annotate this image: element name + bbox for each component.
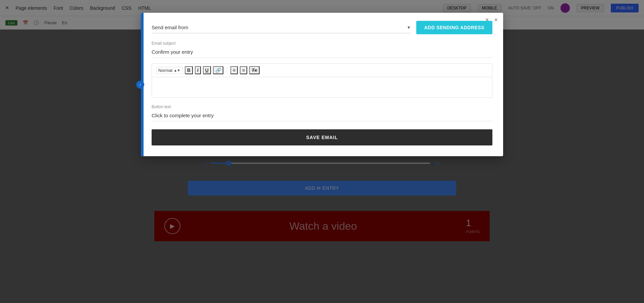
link-button[interactable]: 🔗: [213, 66, 223, 74]
clear-format-button[interactable]: Tx: [249, 66, 259, 74]
send-from-label: Send email from: [152, 25, 188, 30]
button-text-label: Button text: [152, 104, 492, 109]
format-dropdown-icon: ▲▼: [174, 69, 180, 72]
unordered-list-button[interactable]: ≡: [240, 66, 247, 74]
button-text-section: Button text: [152, 104, 492, 121]
underline-button[interactable]: U: [203, 66, 211, 74]
toolbar-separator: [227, 67, 227, 73]
dropdown-arrow-icon: ▼: [407, 25, 411, 30]
send-from-select[interactable]: Send email from ▼: [152, 22, 411, 33]
format-label: Normal: [158, 68, 172, 73]
add-sending-address-button[interactable]: ADD SENDING ADDRESS: [416, 21, 492, 34]
save-email-button[interactable]: SAVE EMAIL: [152, 129, 492, 145]
button-text-input[interactable]: [152, 111, 492, 121]
format-select[interactable]: Normal ▲▼: [156, 67, 183, 74]
modal-chevron-button[interactable]: ‹: [136, 81, 144, 89]
modal-inner: Send email from ▼ ADD SENDING ADDRESS Em…: [141, 13, 503, 156]
rich-text-editor: Normal ▲▼ B I U 🔗 ≡ ≡ Tx: [152, 63, 492, 98]
minimize-button[interactable]: ×: [485, 17, 489, 23]
editor-body[interactable]: [152, 77, 492, 97]
modal-close-buttons: × ×: [485, 17, 498, 23]
send-from-row: Send email from ▼ ADD SENDING ADDRESS: [152, 21, 492, 34]
email-subject-label: Email subject: [152, 41, 492, 46]
editor-toolbar: Normal ▲▼ B I U 🔗 ≡ ≡ Tx: [152, 63, 492, 77]
ordered-list-button[interactable]: ≡: [230, 66, 238, 74]
email-subject-input[interactable]: [152, 48, 492, 58]
modal-body: Send email from ▼ ADD SENDING ADDRESS Em…: [144, 13, 503, 156]
italic-button[interactable]: I: [195, 66, 201, 74]
close-button[interactable]: ×: [494, 17, 498, 23]
modal-dialog: × × Send email from ▼ ADD SENDING ADDRES…: [141, 13, 503, 156]
bold-button[interactable]: B: [185, 66, 193, 74]
email-subject-section: Email subject: [152, 41, 492, 58]
